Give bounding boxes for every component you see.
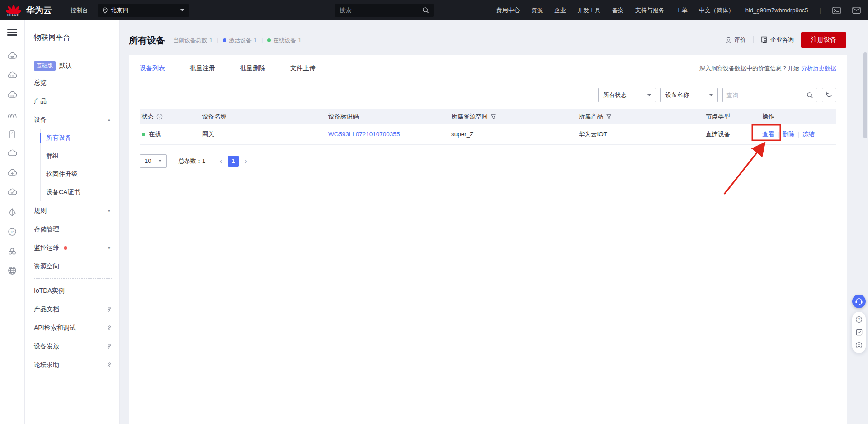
device-tablet-icon[interactable] [2,125,22,144]
nav-support[interactable]: 支持与服务 [635,6,665,14]
cloud-server-icon[interactable] [2,86,22,105]
product-name: 华为云IOT [577,124,704,144]
nav-enterprise[interactable]: 企业 [554,6,566,14]
chevron-down-icon [158,160,162,162]
sidebar-item-firmware-upgrade[interactable]: 软固件升级 [41,165,119,183]
page-size-select[interactable]: 10 [140,154,167,168]
sidebar-item-monitoring[interactable]: 监控运维▼ [25,238,119,257]
sidebar-item-rules[interactable]: 规则▼ [25,201,119,220]
filter-funnel-icon[interactable] [491,114,496,120]
freeze-action-link[interactable]: 冻结 [802,131,815,138]
global-search-input[interactable] [340,7,422,14]
enterprise-consult-button[interactable]: 企业咨询 [761,36,794,44]
chevron-down-icon [647,94,651,96]
account-name[interactable]: hid_g90m7wbmdrp9oc5 [745,7,808,14]
tab-batch-register[interactable]: 批量注册 [190,55,215,81]
edition-name: 默认 [59,62,72,70]
external-link-icon [106,362,112,368]
terminal-icon[interactable] [832,7,841,14]
topbar-divider [61,6,61,14]
tab-device-list[interactable]: 设备列表 [140,55,165,81]
rail-icons: IP [0,47,24,281]
sidebar-item-storage[interactable]: 存储管理 [25,220,119,238]
svg-text:?: ? [858,317,860,322]
analyze-history-link[interactable]: 分析历史数据 [801,65,836,71]
table-header-row: 状态 ? 设备名称 设备标识码 所属资源空间 所属产品 节点类型 操作 [140,109,836,124]
sidebar-item-forum-help[interactable]: 论坛求助 [25,356,119,374]
mail-icon[interactable] [852,7,861,14]
status-value: 在线 [149,130,161,138]
external-link-icon [106,325,112,331]
ip-icon[interactable]: IP [2,222,22,242]
sidebar-item-products[interactable]: 产品 [25,92,119,110]
search-icon[interactable] [422,7,429,14]
tab-file-upload[interactable]: 文件上传 [290,55,316,81]
satisfaction-button[interactable] [855,342,863,349]
sidebar-item-device-ca[interactable]: 设备CA证书 [41,183,119,201]
view-action-link[interactable]: 查看 [762,131,774,138]
sidebar-item-resource-space[interactable]: 资源空间 [25,257,119,276]
assistant-robot-button[interactable] [852,295,866,308]
sidebar-item-groups[interactable]: 群组 [41,147,119,165]
huawei-logo-word: HUAWEI [7,14,20,17]
tab-batch-delete[interactable]: 批量删除 [240,55,265,81]
device-table: 状态 ? 设备名称 设备标识码 所属资源空间 所属产品 节点类型 操作 在线 网… [140,109,836,145]
nav-icp[interactable]: 备案 [612,6,624,14]
device-code-link[interactable]: WG593LL0721010700355 [328,131,400,138]
filter-row: 所有状态 设备名称 [140,88,836,102]
insight-banner: 深入洞察设备数据中的价值信息？开始分析历史数据 [699,64,836,72]
global-search[interactable] [335,4,434,17]
current-page-button[interactable]: 1 [228,156,239,167]
cloud-check-icon[interactable] [2,183,22,203]
nav-ticket[interactable]: 工单 [676,6,688,14]
next-page-icon[interactable]: › [242,157,250,165]
svg-text:IP: IP [11,230,14,233]
sidebar-dashed-divider [34,278,112,279]
cloud-upload-icon[interactable] [2,164,22,183]
query-search-input[interactable] [726,92,807,99]
cloud-icon[interactable] [2,144,22,164]
prism-icon[interactable] [2,203,22,222]
register-device-button[interactable]: 注册设备 [801,32,846,48]
pagination: 10 总条数：1 ‹ 1 › [140,154,836,168]
vertical-scrollbar[interactable] [863,52,867,138]
waves-icon[interactable] [2,105,22,125]
huawei-logo[interactable]: HUAWEI [6,4,21,17]
cloud-host-icon[interactable] [2,47,22,67]
field-filter-select[interactable]: 设备名称 [660,88,718,102]
device-name: 网关 [200,124,326,144]
search-icon[interactable] [807,92,813,99]
prev-page-icon[interactable]: ‹ [217,157,224,165]
nav-resources[interactable]: 资源 [531,6,543,14]
feedback-button[interactable] [856,329,863,336]
rate-button[interactable]: 评价 [725,36,746,44]
refresh-button[interactable] [822,88,836,102]
status-filter-select[interactable]: 所有状态 [598,88,656,102]
table-row[interactable]: 在线 网关 WG593LL0721010700355 super_Z 华为云IO… [140,124,836,144]
org-icon[interactable] [2,242,22,261]
sidebar-item-all-devices[interactable]: 所有设备 [41,129,119,147]
external-link-icon [106,343,112,349]
sidebar-item-device-provisioning[interactable]: 设备发放 [25,337,119,356]
query-search-box[interactable] [722,88,817,102]
nav-billing[interactable]: 费用中心 [496,6,520,14]
hamburger-menu-icon[interactable] [7,29,17,36]
region-selector[interactable]: 北京四 [98,4,189,17]
globe-icon[interactable] [2,261,22,281]
nav-language[interactable]: 中文（简体） [699,6,734,14]
sidebar-item-overview[interactable]: 总览 [25,73,119,92]
filter-funnel-icon[interactable] [606,114,612,120]
activated-dot [223,38,226,42]
help-circle-button[interactable]: ? [855,316,863,323]
console-link[interactable]: 控制台 [71,6,88,14]
sidebar-item-api-explorer[interactable]: API检索和调试 [25,319,119,337]
sidebar-item-devices[interactable]: 设备▲ [25,110,119,129]
consultant-badge-icon [761,36,768,44]
cloud-ellipsis-icon[interactable] [2,67,22,86]
sidebar-item-iotda-instance[interactable]: IoTDA实例 [25,281,119,300]
nav-devtools[interactable]: 开发工具 [577,6,601,14]
sidebar-item-product-docs[interactable]: 产品文档 [25,300,119,319]
help-icon[interactable]: ? [156,114,163,120]
edition-row: 基础版 默认 [34,61,119,71]
delete-action-link[interactable]: 删除 [783,131,795,138]
